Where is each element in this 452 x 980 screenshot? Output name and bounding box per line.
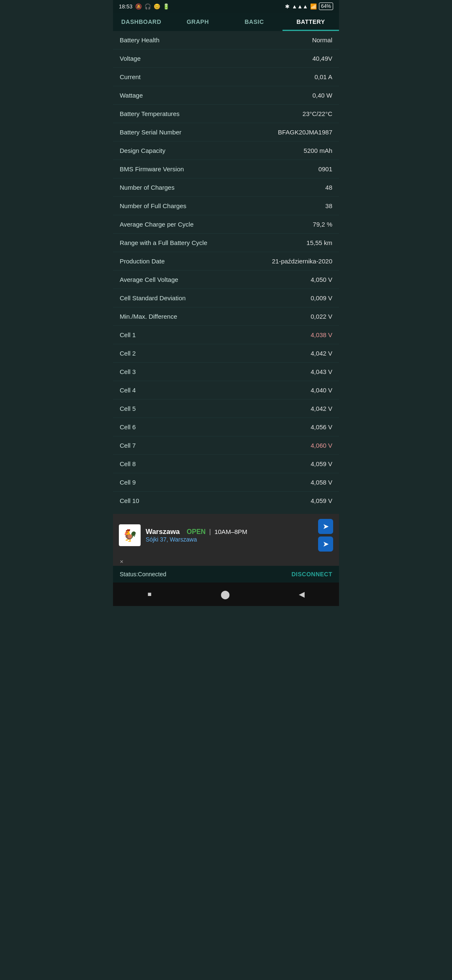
row-label: Cell 5 <box>120 405 311 412</box>
row-value: 4,059 V <box>311 460 332 467</box>
row-label: Cell Standard Deviation <box>120 294 311 302</box>
ad-banner[interactable]: 🐓 Warszawa OPEN | 10AM–8PM Sójki 37, War… <box>113 514 339 557</box>
row-value: 48 <box>325 184 332 191</box>
ad-logo-emoji: 🐓 <box>123 529 137 542</box>
ad-address: Sójki 37, Warszawa <box>146 536 313 543</box>
table-row: Cell 104,059 V <box>113 492 339 510</box>
table-row: Number of Charges48 <box>113 178 339 197</box>
row-value: BFAGK20JMA1987 <box>278 129 332 136</box>
table-row: Voltage40,49V <box>113 49 339 68</box>
tab-battery[interactable]: BATTERY <box>282 13 339 31</box>
status-bar-left: 18:53 🔕 🎧 😊 🔋 <box>119 3 170 10</box>
row-value: 4,050 V <box>311 276 332 283</box>
table-row: Battery Serial NumberBFAGK20JMA1987 <box>113 123 339 142</box>
status-bar-right: ✱ ▲▲▲ 📶 64% <box>285 3 333 10</box>
table-row: Cell 64,056 V <box>113 418 339 436</box>
nav-tabs: DASHBOARD GRAPH BASIC BATTERY <box>113 13 339 31</box>
tab-dashboard[interactable]: DASHBOARD <box>113 13 170 31</box>
table-row: Cell 24,042 V <box>113 344 339 363</box>
table-row: Cell 54,042 V <box>113 400 339 418</box>
row-value: 4,040 V <box>311 387 332 394</box>
row-value: 0901 <box>318 165 332 173</box>
ad-open-label: OPEN <box>187 528 205 535</box>
row-value: 4,038 V <box>311 331 332 338</box>
battery-data-table: Battery HealthNormalVoltage40,49VCurrent… <box>113 31 339 510</box>
ad-content: Warszawa OPEN | 10AM–8PM Sójki 37, Warsz… <box>146 528 313 543</box>
table-row: Battery HealthNormal <box>113 31 339 49</box>
row-label: Battery Serial Number <box>120 129 278 136</box>
row-value: Normal <box>312 36 332 44</box>
row-label: Battery Temperatures <box>120 110 303 117</box>
emoji-icon: 😊 <box>154 3 160 10</box>
table-row: Current0,01 A <box>113 68 339 86</box>
row-value: 38 <box>325 202 332 209</box>
row-value: 4,058 V <box>311 479 332 486</box>
row-label: Cell 9 <box>120 479 311 486</box>
row-value: 0,40 W <box>312 92 332 99</box>
row-value: 23°C/22°C <box>303 110 332 117</box>
status-bar: 18:53 🔕 🎧 😊 🔋 ✱ ▲▲▲ 📶 64% <box>113 0 339 13</box>
row-label: Average Cell Voltage <box>120 276 311 283</box>
disconnect-button[interactable]: DISCONNECT <box>291 571 332 578</box>
ad-store-name: Warszawa <box>146 528 180 536</box>
row-value: 4,060 V <box>311 442 332 449</box>
ad-title-line: Warszawa OPEN | 10AM–8PM <box>146 528 313 536</box>
table-row: Min./Max. Difference0,022 V <box>113 307 339 326</box>
row-label: Production Date <box>120 258 272 265</box>
connection-status: Status:Connected <box>120 571 166 578</box>
ad-nav-btn-2[interactable]: ➤ <box>318 536 333 552</box>
nav-home-button[interactable]: ⬤ <box>212 587 238 602</box>
ad-hours: 10AM–8PM <box>214 528 247 535</box>
row-label: Average Charge per Cycle <box>120 221 313 228</box>
row-value: 79,2 % <box>313 221 332 228</box>
row-label: Cell 6 <box>120 423 311 431</box>
tab-basic[interactable]: BASIC <box>226 13 282 31</box>
table-row: Battery Temperatures23°C/22°C <box>113 105 339 123</box>
time-display: 18:53 <box>119 3 133 10</box>
notification-icon: 🔕 <box>135 3 142 10</box>
wifi-icon: 📶 <box>310 3 317 10</box>
row-value: 0,01 A <box>314 73 332 80</box>
row-label: Cell 10 <box>120 497 311 504</box>
row-label: Cell 8 <box>120 460 311 467</box>
row-label: Cell 2 <box>120 350 311 357</box>
row-label: Wattage <box>120 92 312 99</box>
ad-nav-btn-1[interactable]: ➤ <box>318 519 333 534</box>
bottom-status-bar: Status:Connected DISCONNECT <box>113 566 339 583</box>
nav-back-button[interactable]: ◀ <box>290 587 313 601</box>
table-row: BMS Firmware Version0901 <box>113 160 339 178</box>
table-row: Average Charge per Cycle79,2 % <box>113 215 339 234</box>
system-nav-bar: ■ ⬤ ◀ <box>113 583 339 606</box>
table-row: Production Date21-października-2020 <box>113 252 339 271</box>
nav-square-button[interactable]: ■ <box>139 588 160 601</box>
table-row: Cell 84,059 V <box>113 455 339 473</box>
row-value: 4,042 V <box>311 350 332 357</box>
row-label: BMS Firmware Version <box>120 165 318 173</box>
table-row: Range with a Full Battery Cycle15,55 km <box>113 234 339 252</box>
row-value: 5200 mAh <box>304 147 332 154</box>
row-value: 21-października-2020 <box>272 258 332 265</box>
row-value: 40,49V <box>312 55 332 62</box>
table-row: Average Cell Voltage4,050 V <box>113 271 339 289</box>
table-row: Number of Full Charges38 <box>113 197 339 215</box>
battery-status-icon: 🔋 <box>163 3 170 10</box>
signal-icon: ▲▲▲ <box>292 3 308 10</box>
row-label: Cell 4 <box>120 387 311 394</box>
tab-graph[interactable]: GRAPH <box>170 13 226 31</box>
row-value: 0,009 V <box>311 294 332 302</box>
table-row: Cell 14,038 V <box>113 326 339 344</box>
table-row: Cell 74,060 V <box>113 436 339 455</box>
row-label: Cell 3 <box>120 368 311 375</box>
row-value: 4,059 V <box>311 497 332 504</box>
row-label: Current <box>120 73 314 80</box>
row-value: 15,55 km <box>306 239 332 246</box>
row-label: Cell 1 <box>120 331 311 338</box>
table-row: Design Capacity5200 mAh <box>113 142 339 160</box>
table-row: Cell 34,043 V <box>113 363 339 381</box>
row-label: Range with a Full Battery Cycle <box>120 239 306 246</box>
ad-indicator-bar: ✕ <box>113 557 339 566</box>
ad-actions: ➤ ➤ <box>318 519 333 552</box>
row-label: Number of Full Charges <box>120 202 325 209</box>
row-label: Design Capacity <box>120 147 304 154</box>
row-label: Battery Health <box>120 36 312 44</box>
